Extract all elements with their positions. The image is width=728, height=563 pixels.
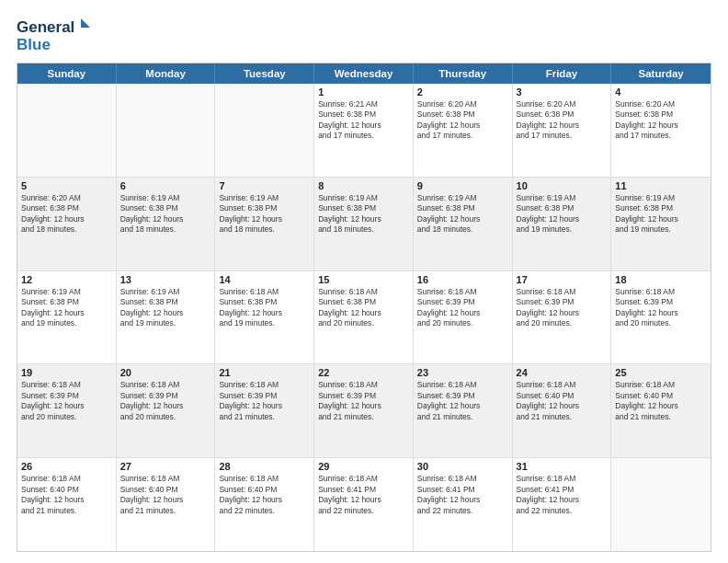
day-info: Sunrise: 6:19 AM Sunset: 6:38 PM Dayligh… <box>517 193 608 236</box>
calendar-cell: 5Sunrise: 6:20 AM Sunset: 6:38 PM Daylig… <box>17 178 117 270</box>
calendar-cell: 22Sunrise: 6:18 AM Sunset: 6:39 PM Dayli… <box>314 364 414 457</box>
calendar-cell <box>215 84 314 177</box>
day-number: 7 <box>219 180 310 191</box>
calendar-cell: 31Sunrise: 6:18 AM Sunset: 6:41 PM Dayli… <box>513 458 612 551</box>
header-day-monday: Monday <box>117 63 216 84</box>
calendar-cell: 26Sunrise: 6:18 AM Sunset: 6:40 PM Dayli… <box>17 458 117 551</box>
day-info: Sunrise: 6:18 AM Sunset: 6:39 PM Dayligh… <box>417 380 508 422</box>
day-number: 28 <box>219 461 310 472</box>
svg-text:Blue: Blue <box>17 36 51 53</box>
day-info: Sunrise: 6:20 AM Sunset: 6:38 PM Dayligh… <box>21 193 112 236</box>
day-info: Sunrise: 6:18 AM Sunset: 6:41 PM Dayligh… <box>417 474 508 516</box>
calendar-cell: 18Sunrise: 6:18 AM Sunset: 6:39 PM Dayli… <box>611 271 711 364</box>
calendar-cell: 30Sunrise: 6:18 AM Sunset: 6:41 PM Dayli… <box>414 458 513 551</box>
calendar-header: SundayMondayTuesdayWednesdayThursdayFrid… <box>17 63 711 84</box>
day-info: Sunrise: 6:21 AM Sunset: 6:38 PM Dayligh… <box>318 99 409 142</box>
calendar-cell <box>611 458 711 551</box>
svg-marker-2 <box>81 18 90 28</box>
header-day-tuesday: Tuesday <box>215 63 314 84</box>
day-number: 31 <box>517 461 608 472</box>
header-day-thursday: Thursday <box>414 63 513 84</box>
calendar-cell: 7Sunrise: 6:19 AM Sunset: 6:38 PM Daylig… <box>215 178 314 270</box>
day-info: Sunrise: 6:18 AM Sunset: 6:40 PM Dayligh… <box>219 474 310 516</box>
calendar-cell: 8Sunrise: 6:19 AM Sunset: 6:38 PM Daylig… <box>314 178 414 270</box>
day-number: 19 <box>21 367 112 378</box>
day-info: Sunrise: 6:18 AM Sunset: 6:39 PM Dayligh… <box>517 287 608 329</box>
day-number: 12 <box>21 274 112 285</box>
page: GeneralBlue SundayMondayTuesdayWednesday… <box>0 0 728 563</box>
day-info: Sunrise: 6:20 AM Sunset: 6:38 PM Dayligh… <box>417 99 508 142</box>
day-number: 30 <box>417 461 508 472</box>
day-number: 4 <box>615 86 707 98</box>
day-number: 11 <box>615 180 707 191</box>
calendar-cell <box>117 84 216 177</box>
day-number: 18 <box>615 274 707 285</box>
day-info: Sunrise: 6:19 AM Sunset: 6:38 PM Dayligh… <box>615 193 707 236</box>
day-number: 25 <box>615 367 707 378</box>
calendar-row-3: 12Sunrise: 6:19 AM Sunset: 6:38 PM Dayli… <box>17 271 711 365</box>
day-number: 24 <box>517 367 608 378</box>
day-number: 9 <box>417 180 508 191</box>
header: GeneralBlue <box>17 17 711 53</box>
calendar-cell: 2Sunrise: 6:20 AM Sunset: 6:38 PM Daylig… <box>414 84 513 177</box>
svg-text:General: General <box>17 18 74 36</box>
calendar-cell: 21Sunrise: 6:18 AM Sunset: 6:39 PM Dayli… <box>215 364 314 457</box>
calendar-cell: 14Sunrise: 6:18 AM Sunset: 6:38 PM Dayli… <box>215 271 314 364</box>
day-number: 6 <box>120 180 211 191</box>
day-number: 21 <box>219 367 310 378</box>
day-info: Sunrise: 6:19 AM Sunset: 6:38 PM Dayligh… <box>120 287 211 329</box>
header-day-wednesday: Wednesday <box>314 63 414 84</box>
day-info: Sunrise: 6:20 AM Sunset: 6:38 PM Dayligh… <box>517 99 608 142</box>
day-number: 16 <box>417 274 508 285</box>
header-day-sunday: Sunday <box>17 63 117 84</box>
calendar-cell: 12Sunrise: 6:19 AM Sunset: 6:38 PM Dayli… <box>17 271 117 364</box>
day-info: Sunrise: 6:19 AM Sunset: 6:38 PM Dayligh… <box>120 193 211 236</box>
calendar-cell: 27Sunrise: 6:18 AM Sunset: 6:40 PM Dayli… <box>117 458 216 551</box>
day-number: 5 <box>21 180 112 191</box>
header-day-saturday: Saturday <box>611 63 711 84</box>
calendar-cell: 3Sunrise: 6:20 AM Sunset: 6:38 PM Daylig… <box>513 84 612 177</box>
day-info: Sunrise: 6:18 AM Sunset: 6:39 PM Dayligh… <box>318 380 409 422</box>
day-number: 23 <box>417 367 508 378</box>
day-info: Sunrise: 6:20 AM Sunset: 6:38 PM Dayligh… <box>615 99 707 142</box>
calendar-cell: 10Sunrise: 6:19 AM Sunset: 6:38 PM Dayli… <box>513 178 612 270</box>
calendar-cell: 29Sunrise: 6:18 AM Sunset: 6:41 PM Dayli… <box>314 458 414 551</box>
day-info: Sunrise: 6:19 AM Sunset: 6:38 PM Dayligh… <box>21 287 112 329</box>
day-info: Sunrise: 6:18 AM Sunset: 6:41 PM Dayligh… <box>517 474 608 516</box>
day-info: Sunrise: 6:18 AM Sunset: 6:39 PM Dayligh… <box>21 380 112 422</box>
day-info: Sunrise: 6:18 AM Sunset: 6:39 PM Dayligh… <box>417 287 508 329</box>
calendar-cell: 4Sunrise: 6:20 AM Sunset: 6:38 PM Daylig… <box>611 84 711 177</box>
day-number: 14 <box>219 274 310 285</box>
day-number: 26 <box>21 461 112 472</box>
day-number: 8 <box>318 180 409 191</box>
calendar-cell: 23Sunrise: 6:18 AM Sunset: 6:39 PM Dayli… <box>414 364 513 457</box>
day-number: 1 <box>318 86 409 98</box>
day-info: Sunrise: 6:18 AM Sunset: 6:39 PM Dayligh… <box>120 380 211 422</box>
calendar-row-1: 1Sunrise: 6:21 AM Sunset: 6:38 PM Daylig… <box>17 84 711 178</box>
header-day-friday: Friday <box>513 63 612 84</box>
day-info: Sunrise: 6:18 AM Sunset: 6:40 PM Dayligh… <box>120 474 211 516</box>
day-info: Sunrise: 6:18 AM Sunset: 6:38 PM Dayligh… <box>219 287 310 329</box>
day-number: 17 <box>517 274 608 285</box>
calendar-body: 1Sunrise: 6:21 AM Sunset: 6:38 PM Daylig… <box>17 84 711 551</box>
day-info: Sunrise: 6:18 AM Sunset: 6:38 PM Dayligh… <box>318 287 409 329</box>
calendar-cell: 25Sunrise: 6:18 AM Sunset: 6:40 PM Dayli… <box>611 364 711 457</box>
day-number: 2 <box>417 86 508 98</box>
calendar-cell: 11Sunrise: 6:19 AM Sunset: 6:38 PM Dayli… <box>611 178 711 270</box>
calendar-cell: 1Sunrise: 6:21 AM Sunset: 6:38 PM Daylig… <box>314 84 414 177</box>
day-number: 3 <box>517 86 608 98</box>
day-number: 29 <box>318 461 409 472</box>
day-info: Sunrise: 6:19 AM Sunset: 6:38 PM Dayligh… <box>417 193 508 236</box>
calendar-cell: 20Sunrise: 6:18 AM Sunset: 6:39 PM Dayli… <box>117 364 216 457</box>
logo: GeneralBlue <box>17 17 99 53</box>
day-info: Sunrise: 6:18 AM Sunset: 6:40 PM Dayligh… <box>21 474 112 516</box>
logo-svg: GeneralBlue <box>17 17 99 53</box>
calendar-row-2: 5Sunrise: 6:20 AM Sunset: 6:38 PM Daylig… <box>17 178 711 271</box>
day-number: 10 <box>517 180 608 191</box>
day-number: 27 <box>120 461 211 472</box>
calendar-cell: 17Sunrise: 6:18 AM Sunset: 6:39 PM Dayli… <box>513 271 612 364</box>
calendar-row-5: 26Sunrise: 6:18 AM Sunset: 6:40 PM Dayli… <box>17 458 711 551</box>
calendar-cell: 24Sunrise: 6:18 AM Sunset: 6:40 PM Dayli… <box>513 364 612 457</box>
calendar-cell: 9Sunrise: 6:19 AM Sunset: 6:38 PM Daylig… <box>414 178 513 270</box>
day-number: 15 <box>318 274 409 285</box>
